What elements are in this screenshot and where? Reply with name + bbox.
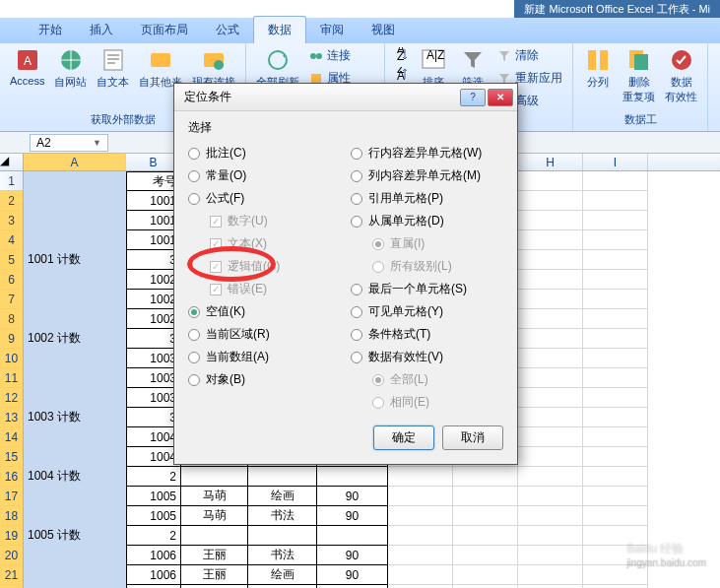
tab-layout[interactable]: 页面布局 — [127, 17, 202, 43]
row-header[interactable]: 7 — [0, 290, 24, 309]
cell[interactable]: 90 — [317, 546, 388, 565]
tab-data[interactable]: 数据 — [253, 16, 306, 43]
row-header[interactable]: 6 — [0, 270, 24, 290]
cell[interactable] — [518, 230, 583, 250]
radio-row-diff[interactable] — [351, 148, 362, 160]
radio-objects[interactable] — [188, 374, 200, 386]
cell[interactable] — [388, 487, 453, 506]
cell[interactable] — [453, 467, 518, 487]
tab-review[interactable]: 审阅 — [306, 17, 358, 43]
cell[interactable] — [453, 506, 518, 526]
cell[interactable] — [24, 211, 126, 230]
cell[interactable] — [518, 191, 583, 211]
cell[interactable] — [317, 467, 388, 487]
cell[interactable] — [583, 388, 648, 408]
cell[interactable] — [388, 546, 453, 565]
column-header-H[interactable]: H — [518, 154, 583, 170]
radio-visible[interactable] — [351, 306, 362, 318]
cell[interactable] — [583, 329, 648, 349]
cell[interactable] — [518, 329, 583, 349]
cell[interactable] — [518, 171, 583, 191]
cell[interactable] — [583, 211, 648, 230]
radio-constants[interactable] — [188, 170, 200, 182]
cell[interactable] — [24, 487, 126, 506]
cell[interactable] — [583, 230, 648, 250]
column-header-I[interactable]: I — [583, 154, 648, 170]
cell[interactable] — [24, 546, 126, 565]
cell[interactable] — [583, 368, 648, 388]
cell[interactable] — [24, 427, 126, 447]
cell[interactable] — [388, 506, 453, 526]
cell[interactable]: 1005 — [126, 487, 181, 506]
name-box[interactable]: A2 ▼ — [30, 134, 108, 152]
radio-current-array[interactable] — [188, 352, 200, 363]
cancel-button[interactable]: 取消 — [442, 425, 503, 450]
cell[interactable] — [518, 487, 583, 506]
row-header[interactable]: 21 — [0, 565, 24, 585]
cell[interactable] — [518, 447, 583, 467]
cell[interactable]: 90 — [317, 506, 388, 526]
cell[interactable] — [518, 388, 583, 408]
clear-filter-button[interactable]: 清除 — [493, 45, 566, 66]
cell[interactable] — [518, 368, 583, 388]
cell[interactable] — [583, 349, 648, 368]
cell[interactable] — [518, 546, 583, 565]
cell[interactable] — [388, 467, 453, 487]
cell[interactable] — [24, 191, 126, 211]
cell[interactable] — [453, 526, 518, 546]
cell[interactable] — [24, 349, 126, 368]
cell[interactable]: 90 — [317, 565, 388, 585]
row-header[interactable]: 8 — [0, 309, 24, 329]
row-header[interactable]: 11 — [0, 368, 24, 388]
radio-dependents[interactable] — [351, 216, 362, 228]
radio-current-region[interactable] — [188, 329, 200, 341]
cell[interactable] — [583, 427, 648, 447]
cell[interactable] — [388, 565, 453, 585]
dialog-titlebar[interactable]: 定位条件 ? ✕ — [174, 84, 517, 111]
cell[interactable]: 1005 计数 — [24, 526, 126, 546]
from-access-button[interactable]: AAccess — [6, 45, 48, 89]
cell[interactable] — [518, 427, 583, 447]
cell[interactable] — [518, 309, 583, 329]
cell[interactable] — [24, 171, 126, 191]
cell[interactable] — [583, 408, 648, 427]
cell[interactable]: 马萌 — [181, 506, 248, 526]
tab-insert[interactable]: 插入 — [76, 17, 127, 43]
row-header[interactable]: 19 — [0, 526, 24, 546]
cell[interactable] — [518, 270, 583, 290]
cell[interactable] — [583, 290, 648, 309]
cell[interactable] — [24, 388, 126, 408]
cell[interactable] — [518, 250, 583, 270]
radio-formulas[interactable] — [188, 193, 200, 205]
cell[interactable] — [388, 526, 453, 546]
row-header[interactable]: 9 — [0, 329, 24, 349]
cell[interactable] — [181, 467, 248, 487]
column-header-A[interactable]: A — [24, 154, 126, 170]
cell[interactable]: 1002 计数 — [24, 329, 126, 349]
cell[interactable] — [583, 171, 648, 191]
radio-last-cell[interactable] — [351, 284, 362, 295]
data-validation-button[interactable]: 数据 有效性 — [661, 45, 701, 106]
radio-validation[interactable] — [351, 352, 362, 363]
help-button[interactable]: ? — [460, 89, 486, 106]
remove-duplicates-button[interactable]: 删除 重复项 — [619, 45, 659, 106]
row-header[interactable]: 14 — [0, 427, 24, 447]
cell[interactable] — [24, 447, 126, 467]
row-header[interactable]: 15 — [0, 447, 24, 467]
row-header[interactable]: 3 — [0, 211, 24, 230]
cell[interactable] — [583, 191, 648, 211]
cell[interactable] — [518, 290, 583, 309]
cell[interactable] — [453, 546, 518, 565]
cell[interactable]: 马萌 — [181, 487, 248, 506]
row-header[interactable]: 12 — [0, 388, 24, 408]
cell[interactable] — [317, 526, 388, 546]
row-header[interactable]: 18 — [0, 506, 24, 526]
cell[interactable]: 王丽 — [181, 565, 248, 585]
cell[interactable] — [24, 309, 126, 329]
cell[interactable] — [583, 270, 648, 290]
ok-button[interactable]: 确定 — [373, 425, 434, 450]
tab-view[interactable]: 视图 — [358, 17, 409, 43]
connections-button[interactable]: 连接 — [305, 45, 378, 66]
sort-za-button[interactable]: ZA — [391, 65, 413, 83]
radio-col-diff[interactable] — [351, 170, 362, 182]
